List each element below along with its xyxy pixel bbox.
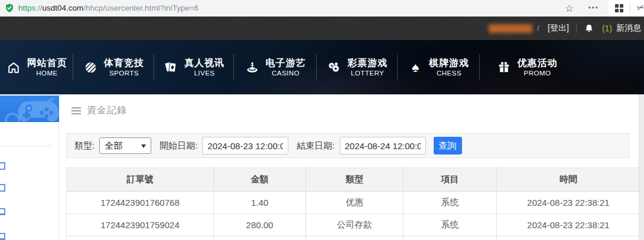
- playing-cards-icon: [164, 60, 178, 74]
- type-filter-label: 類型:: [74, 140, 95, 152]
- logout-link[interactable]: [登出]: [548, 23, 569, 34]
- toolbar-divider: [630, 4, 630, 13]
- nav-item-chess[interactable]: ♠ 棋牌游戏 CHESS: [398, 40, 480, 94]
- sidebar-item-fragment[interactable]: [0, 184, 5, 192]
- extension-scissors-icon[interactable]: ✂: [636, 2, 644, 14]
- nav-label-en: LOTTERY: [347, 69, 388, 78]
- nav-label-en: HOME: [27, 69, 67, 78]
- url-scheme: https: [18, 4, 35, 12]
- nav-label-en: SPORTS: [104, 69, 144, 78]
- query-button[interactable]: 查詢: [434, 137, 462, 154]
- roulette-icon: [245, 60, 259, 74]
- cell-order-number: 1724423901760768: [67, 192, 214, 214]
- cell-amount: 1.40: [214, 192, 306, 214]
- cell-item: 系统: [404, 214, 497, 236]
- start-date-label: 開始日期:: [160, 140, 197, 152]
- new-messages-link[interactable]: 新消息: [616, 23, 641, 34]
- fund-records-table: 訂單號 金額 類型 項目 時間 1724423901760768 1.40 优惠…: [66, 167, 639, 240]
- col-amount: 金額: [214, 168, 306, 192]
- chevron-down-icon: [141, 144, 146, 148]
- content-area: 資金記錄 類型: 全部 開始日期: 結束日期: 查詢 訂單號 金額 類型 項目: [0, 94, 644, 240]
- nav-label-en: CHESS: [429, 69, 469, 78]
- cell-order-number: 1724423901759024: [67, 214, 214, 236]
- gamepad-icon: [15, 98, 59, 122]
- nav-label-en: PROMO: [518, 69, 558, 78]
- sidebar-banner[interactable]: [0, 96, 59, 122]
- message-count-badge[interactable]: (1): [602, 24, 612, 33]
- nav-label-zh: 网站首页: [27, 57, 67, 69]
- secure-shield-icon: [5, 3, 14, 13]
- sidebar-divider: [0, 146, 52, 146]
- nav-item-casino[interactable]: 电子游艺 CASINO: [234, 40, 317, 94]
- url-text[interactable]: https://usdt04.com/hhcp/usercenter.html?…: [18, 0, 199, 17]
- type-select[interactable]: 全部: [99, 137, 151, 154]
- user-session-bar: [登出] (1) 新消息: [0, 17, 644, 40]
- nav-label-zh: 电子游艺: [266, 57, 306, 69]
- url-separator: ://: [35, 4, 42, 12]
- nav-item-home[interactable]: 网站首页 HOME: [0, 40, 73, 94]
- sidebar-item-fragment[interactable]: [0, 208, 5, 215]
- nav-label-zh: 优惠活动: [518, 57, 558, 69]
- userbar-divider: [576, 24, 577, 33]
- col-order-number: 訂單號: [67, 168, 214, 192]
- nav-label-zh: 棋牌游戏: [429, 57, 469, 69]
- col-time: 時間: [497, 168, 640, 192]
- apps-grid-icon[interactable]: [615, 4, 623, 12]
- sidebar-item-fragment[interactable]: [0, 233, 5, 240]
- url-domain: usdt04.com: [43, 4, 84, 12]
- cell-time: 2024-08-23 22:38:21: [497, 214, 640, 236]
- home-icon: [6, 60, 21, 74]
- end-date-input[interactable]: [340, 137, 426, 154]
- bookmark-star-icon[interactable]: ☆: [565, 1, 574, 17]
- type-select-value: 全部: [105, 140, 122, 152]
- nav-label-en: LIVES: [184, 69, 225, 78]
- user-sidebar: [0, 94, 59, 240]
- lottery-balls-icon: [327, 60, 341, 74]
- nav-label-zh: 彩票游戏: [347, 57, 388, 69]
- nav-item-lottery[interactable]: 彩票游戏 LOTTERY: [317, 40, 398, 94]
- main-nav: 网站首页 HOME 体育竞技 SPORTS 真人视讯 LIVES: [0, 40, 644, 94]
- table-row: 1724423901760768 1.40 优惠 系统 2024-08-23 2…: [67, 192, 640, 214]
- fund-records-panel: 資金記錄 類型: 全部 開始日期: 結束日期: 查詢 訂單號 金額 類型 項目: [59, 94, 639, 240]
- cell-amount: 280.00: [214, 214, 306, 236]
- cell-type: 优惠: [306, 192, 404, 214]
- browser-toolbar: https://usdt04.com/hhcp/usercenter.html?…: [0, 0, 644, 17]
- nav-item-lives[interactable]: 真人视讯 LIVES: [154, 40, 234, 94]
- spade-icon: ♠: [408, 60, 422, 74]
- nav-label-zh: 真人视讯: [184, 57, 225, 69]
- nav-label-en: CASINO: [266, 69, 306, 78]
- notification-bell-icon[interactable]: [584, 24, 594, 34]
- nav-label-zh: 体育竞技: [104, 57, 144, 69]
- gift-icon: [497, 60, 511, 74]
- page-title: 資金記錄: [87, 104, 127, 117]
- filter-bar: 類型: 全部 開始日期: 結束日期: 查詢: [66, 133, 629, 158]
- end-date-label: 結束日期:: [297, 140, 334, 152]
- sidebar-item-fragment[interactable]: [0, 162, 5, 170]
- cell-time: 2024-08-23 22:38:21: [497, 192, 640, 214]
- col-item: 項目: [404, 168, 497, 192]
- user-flag-mark: [537, 25, 542, 31]
- start-date-input[interactable]: [202, 137, 288, 154]
- col-type: 類型: [306, 168, 404, 192]
- menu-icon: [71, 107, 81, 114]
- nav-item-sports[interactable]: 体育竞技 SPORTS: [73, 40, 154, 94]
- cell-item: 系统: [404, 192, 497, 214]
- browser-menu-icon[interactable]: ⋯: [588, 0, 599, 15]
- basketball-icon: [83, 60, 97, 74]
- nav-item-promo[interactable]: 优惠活动 PROMO: [480, 40, 574, 94]
- panel-title: 資金記錄: [71, 104, 127, 117]
- table-header-row: 訂單號 金額 類型 項目 時間: [67, 168, 640, 192]
- table-row: 1724423901759024 280.00 公司存款 系统 2024-08-…: [67, 214, 640, 236]
- username-redacted: [489, 24, 532, 33]
- cell-type: 公司存款: [306, 214, 404, 236]
- table-row-clipped: [67, 236, 640, 240]
- url-path: /hhcp/usercenter.html?iniType=6: [83, 4, 199, 12]
